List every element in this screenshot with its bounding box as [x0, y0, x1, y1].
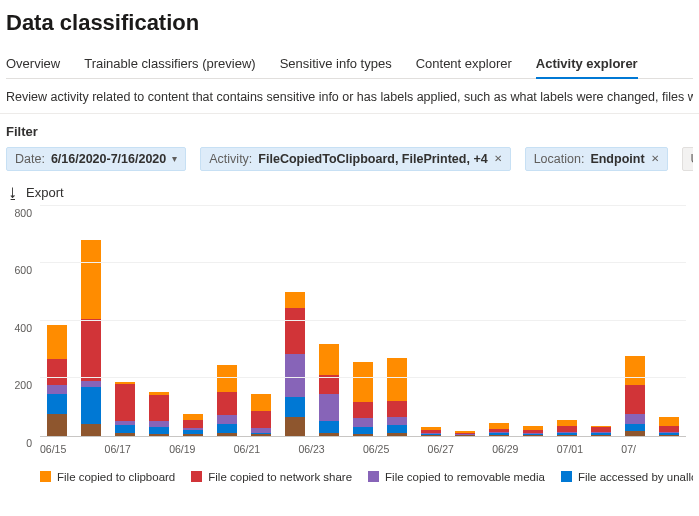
filter-date-label: Date:	[15, 152, 45, 166]
bar-slot	[176, 207, 210, 436]
tab-trainable-classifiers-preview[interactable]: Trainable classifiers (preview)	[84, 50, 255, 79]
export-button[interactable]: ⭳ Export	[6, 185, 693, 201]
bar-slot	[278, 207, 312, 436]
bar-segment	[625, 431, 645, 435]
bar[interactable]	[319, 344, 339, 436]
x-tick: 07/01	[557, 443, 622, 455]
bar-segment	[183, 420, 203, 429]
filter-location-label: Location:	[534, 152, 585, 166]
filter-heading: Filter	[6, 124, 693, 139]
x-tick: 06/17	[105, 443, 170, 455]
close-icon[interactable]: ✕	[651, 153, 659, 164]
tab-activity-explorer[interactable]: Activity explorer	[536, 50, 638, 79]
bar-segment	[387, 417, 407, 426]
legend-item[interactable]: File copied to clipboard	[40, 471, 175, 483]
bar[interactable]	[659, 417, 679, 435]
bar-slot	[380, 207, 414, 436]
y-axis: 0200400600800	[6, 207, 36, 437]
chevron-down-icon: ▾	[172, 153, 177, 164]
bar[interactable]	[81, 240, 101, 436]
bar[interactable]	[557, 420, 577, 435]
filter-user-label: User:	[691, 152, 693, 166]
y-tick: 800	[6, 207, 32, 219]
legend-label: File accessed by unallowed app	[578, 471, 693, 483]
bar-segment	[387, 358, 407, 401]
x-tick: 06/15	[40, 443, 105, 455]
bar-segment	[319, 394, 339, 421]
filter-date[interactable]: Date: 6/16/2020-7/16/2020 ▾	[6, 147, 186, 171]
bar[interactable]	[489, 423, 509, 435]
bar-segment	[659, 417, 679, 426]
bar-segment	[659, 435, 679, 436]
bar-segment	[81, 387, 101, 424]
y-tick: 600	[6, 264, 32, 276]
filter-activity[interactable]: Activity: FileCopiedToClipboard, FilePri…	[200, 147, 510, 171]
bar[interactable]	[47, 325, 67, 436]
bar[interactable]	[183, 414, 203, 436]
bar-segment	[47, 414, 67, 436]
tab-content-explorer[interactable]: Content explorer	[416, 50, 512, 79]
description-text: Review activity related to content that …	[6, 90, 693, 104]
bar-segment	[47, 394, 67, 414]
bar-segment	[47, 385, 67, 394]
bar[interactable]	[149, 392, 169, 435]
bar-segment	[251, 394, 271, 411]
tab-overview[interactable]: Overview	[6, 50, 60, 79]
filter-location-value: Endpoint	[590, 152, 644, 166]
bar-segment	[387, 401, 407, 417]
bar-segment	[81, 319, 101, 381]
bar-slot	[516, 207, 550, 436]
legend-item[interactable]: File copied to network share	[191, 471, 352, 483]
bar[interactable]	[217, 365, 237, 435]
y-tick: 0	[6, 437, 32, 449]
bar[interactable]	[591, 426, 611, 435]
bar[interactable]	[285, 292, 305, 436]
x-tick: 06/27	[428, 443, 493, 455]
filter-location[interactable]: Location: Endpoint ✕	[525, 147, 668, 171]
legend-label: File copied to network share	[208, 471, 352, 483]
bar-segment	[285, 292, 305, 308]
separator	[0, 113, 699, 114]
bar[interactable]	[625, 356, 645, 435]
legend-item[interactable]: File accessed by unallowed app	[561, 471, 693, 483]
bar-segment	[285, 397, 305, 417]
bar-segment	[149, 427, 169, 434]
x-axis: 06/1506/1706/1906/2106/2306/2506/2706/29…	[40, 443, 686, 455]
bar[interactable]	[421, 427, 441, 435]
bar-slot	[142, 207, 176, 436]
bar[interactable]	[115, 382, 135, 435]
bar-segment	[81, 240, 101, 319]
bar-slot	[584, 207, 618, 436]
bar-segment	[217, 424, 237, 433]
bar-segment	[557, 435, 577, 436]
filter-activity-value: FileCopiedToClipboard, FilePrinted, +4	[258, 152, 487, 166]
bar[interactable]	[353, 362, 373, 435]
bar[interactable]	[251, 394, 271, 436]
filter-row: Date: 6/16/2020-7/16/2020 ▾ Activity: Fi…	[6, 147, 693, 171]
bar-segment	[115, 384, 135, 421]
bar-segment	[625, 356, 645, 385]
bar-segment	[625, 385, 645, 414]
bar[interactable]	[523, 426, 543, 435]
x-tick: 06/25	[363, 443, 428, 455]
tab-sensitive-info-types[interactable]: Sensitive info types	[280, 50, 392, 79]
bar[interactable]	[455, 431, 475, 435]
legend-swatch	[191, 471, 202, 482]
filter-user[interactable]: User: Any	[682, 147, 693, 171]
legend-label: File copied to removable media	[385, 471, 545, 483]
bar-slot	[210, 207, 244, 436]
bar-segment	[523, 435, 543, 436]
bar[interactable]	[387, 358, 407, 436]
bar-segment	[353, 427, 373, 434]
bar-segment	[251, 434, 271, 435]
bar-segment	[353, 402, 373, 418]
bar-segment	[591, 435, 611, 436]
bar-segment	[387, 425, 407, 432]
bar-slot	[618, 207, 652, 436]
bar-segment	[319, 433, 339, 436]
bar-segment	[217, 365, 237, 392]
close-icon[interactable]: ✕	[494, 153, 502, 164]
bar-slot	[244, 207, 278, 436]
legend-item[interactable]: File copied to removable media	[368, 471, 545, 483]
bar-segment	[115, 425, 135, 432]
